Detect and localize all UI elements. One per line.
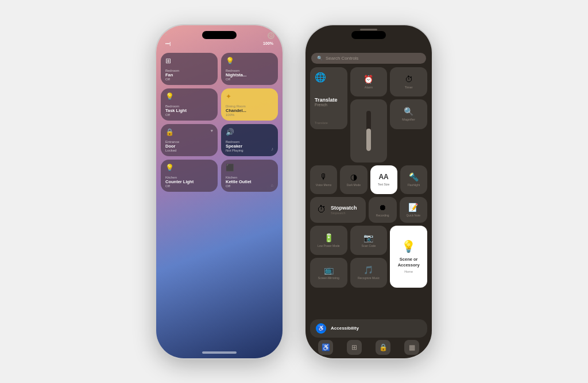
music-note-icon: ♪ (271, 146, 273, 152)
tile-name-tasklight: Task Light (165, 108, 213, 113)
cc-row4: 🔋 Low Power Mode 📷 Scan Code 💡 Scene or … (305, 226, 432, 288)
tile-name-counter: Counter Light (165, 179, 213, 184)
low-power-icon: 🔋 (324, 233, 334, 242)
tile-info: Bedroom Fan Off (165, 69, 213, 81)
dock-display[interactable]: ▦ (404, 340, 419, 355)
recording-icon: ⏺ (378, 203, 386, 212)
recording-tile[interactable]: ⏺ Recording (369, 197, 397, 223)
dock-accessibility[interactable]: ♿ (318, 340, 333, 355)
stopwatch-tile[interactable]: ⏱ Stopwatch Stopwatch (310, 197, 366, 223)
tile-status-nightstand: Off (226, 78, 273, 81)
alarm-label: Alarm (365, 86, 373, 89)
tile-bedroom-fan[interactable]: ⊞ Bedroom Fan Off (161, 53, 218, 85)
recognize-music-tile[interactable]: 🎵 Recognize Music (350, 258, 388, 288)
stopwatch-info: Stopwatch Stopwatch (331, 205, 357, 215)
low-power-label: Low Power Mode (318, 244, 340, 247)
translate-sublabel: French (315, 103, 343, 107)
alarm-icon: ⏰ (363, 75, 373, 84)
text-size-label: Text Size (378, 183, 389, 186)
power-button-left: ⏻ (268, 32, 274, 39)
flashlight-tile[interactable]: 🔦 Flashlight (400, 165, 427, 194)
voice-memo-tile[interactable]: 🎙 Voice Memo (310, 165, 337, 194)
heart-icon: ♥ (211, 129, 213, 133)
left-phone: ⏻ ▲ •••| 100% ⊞ Bedroom Fan Off 💡 Bedroo… (156, 25, 283, 358)
recognize-music-label: Recognize Music (358, 276, 380, 280)
outlet-icon: ⬛ (226, 164, 273, 172)
tile-kitchen-counterlight[interactable]: 💡 Kitchen Counter Light Off (161, 160, 218, 192)
dark-mode-tile[interactable]: ◑ Dark Mode (340, 165, 367, 194)
dark-mode-icon: ◑ (350, 172, 357, 181)
bulb-icon-tasklight: 💡 (165, 92, 213, 100)
tile-entrance-door[interactable]: 🔒 Entrance Door Locked ♥ (161, 124, 218, 156)
recording-label: Recording (376, 214, 389, 217)
tile-bedroom-tasklight[interactable]: 💡 Bedroom Task Light Off (161, 88, 218, 121)
screen-mirroring-tile[interactable]: 📺 Screen Mirroring (310, 258, 347, 288)
shazam-icon: 🎵 (363, 265, 373, 274)
text-size-tile[interactable]: AA Text Size (370, 165, 397, 194)
scan-code-tile[interactable]: 📷 Scan Code (350, 226, 388, 256)
stopwatch-label: Stopwatch (331, 205, 357, 211)
translate-icon: 🌐 (315, 72, 343, 83)
scene-accessory-icon: 💡 (401, 239, 416, 253)
bulb-icon-counter: 💡 (165, 164, 213, 172)
tile-name-speaker: Speaker (226, 144, 273, 149)
voice-memo-icon: 🎙 (320, 172, 328, 181)
home-icon: ⌂ (271, 183, 273, 187)
battery-left: 100% (263, 41, 273, 45)
cc-row2: 🎙 Voice Memo ◑ Dark Mode AA Text Size 🔦 … (305, 165, 432, 194)
tile-room-tasklight: Bedroom (165, 105, 213, 108)
cc-row3: ⏱ Stopwatch Stopwatch ⏺ Recording 📝 Quic… (305, 197, 432, 223)
tile-dining-chandelier[interactable]: ✦ Dining Room Chandel... 100% (221, 88, 278, 121)
tile-name-nightstand: Nightsta... (226, 72, 273, 78)
tile-info-kettle: Kitchen Kettle Outlet Off (226, 176, 273, 188)
quick-note-tile[interactable]: 📝 Quick Note (400, 197, 428, 223)
signal-strength: •••| (165, 41, 171, 45)
timer-tile[interactable]: ⏱ Timer (390, 67, 427, 97)
tile-kitchen-kettle[interactable]: ⬛ Kitchen Kettle Outlet Off ⌂ (221, 160, 278, 192)
translate-bottom: Translate (315, 121, 343, 125)
timer-icon: ⏱ (405, 75, 413, 84)
flashlight-label: Flashlight (408, 183, 420, 187)
voice-memo-label: Voice Memo (316, 183, 332, 187)
tile-status-chandelier: 100% (226, 113, 273, 117)
translate-label: Translate (315, 97, 343, 103)
dynamic-island-left (202, 31, 237, 39)
tile-room-speaker: Bedroom (226, 140, 273, 144)
speaker-icon: 🔊 (226, 128, 273, 136)
volume-fill (366, 129, 371, 151)
tile-bedroom-speaker[interactable]: 🔊 Bedroom Speaker Not Playing ♪ (221, 124, 278, 156)
volume-tile[interactable] (350, 99, 388, 163)
tile-status-fan: Off (165, 78, 213, 81)
tile-info-chandelier: Dining Room Chandel... 100% (226, 105, 273, 117)
tile-bedroom-nightstand[interactable]: 💡 Bedroom Nightsta... Off (221, 53, 278, 85)
tile-info-counter: Kitchen Counter Light Off (165, 176, 213, 188)
translate-info: Translate French (315, 97, 343, 107)
home-screen-content: ⊞ Bedroom Fan Off 💡 Bedroom Nightsta... … (161, 51, 278, 341)
cc-row1: 🌐 Translate French Translate ⏰ Alarm ⏱ T… (305, 67, 432, 163)
search-bar[interactable]: 🔍 Search Controls (311, 53, 426, 64)
dock-home[interactable]: ⊞ (347, 340, 362, 355)
low-power-tile[interactable]: 🔋 Low Power Mode (310, 226, 347, 256)
scan-code-icon: 📷 (363, 233, 373, 242)
tile-status-door: Locked (165, 149, 213, 152)
tile-status-speaker: Not Playing (226, 149, 273, 152)
tile-room-kettle: Kitchen (226, 176, 273, 179)
stopwatch-icon: ⏱ (317, 204, 326, 215)
tile-name-door: Door (165, 144, 213, 149)
home-bar-left (202, 351, 237, 354)
tile-name-kettle: Kettle Outlet (226, 179, 273, 184)
pull-indicator (360, 29, 377, 30)
magnifier-tile[interactable]: 🔍 Magnifier (390, 99, 427, 129)
alarm-tile[interactable]: ⏰ Alarm (350, 67, 388, 97)
accessibility-bar[interactable]: ♿ Accessibility (310, 319, 427, 338)
dock-lock[interactable]: 🔒 (376, 340, 390, 355)
lock-icon: 🔒 (165, 128, 213, 136)
scene-accessory-tile[interactable]: 💡 Scene or Accessory Home (390, 226, 427, 288)
smart-home-grid: ⊞ Bedroom Fan Off 💡 Bedroom Nightsta... … (161, 51, 278, 192)
tile-info-nightstand: Bedroom Nightsta... Off (226, 69, 273, 81)
magnifier-icon: 🔍 (404, 107, 413, 116)
volume-indicator-left: ▲ (164, 32, 168, 36)
translate-tile[interactable]: 🌐 Translate French Translate (310, 67, 347, 129)
bulb-icon-nightstand: 💡 (226, 57, 273, 65)
volume-slider (366, 111, 371, 151)
